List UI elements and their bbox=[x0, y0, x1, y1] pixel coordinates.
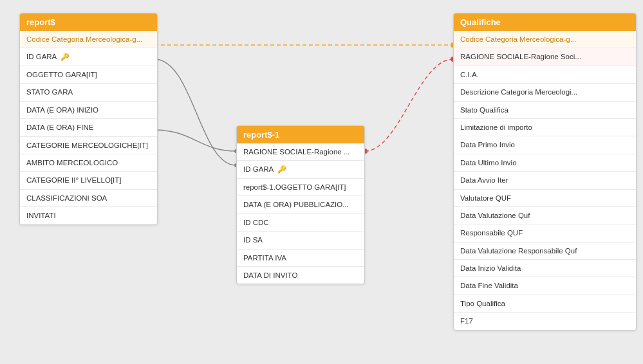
table-row[interactable]: report$-1.OGGETTO GARA[IT] bbox=[237, 179, 364, 196]
table-qualifiche: Qualifiche Codice Categoria Merceologica… bbox=[453, 13, 637, 331]
table-row[interactable]: CLASSIFICAZIONI SOA bbox=[20, 190, 157, 207]
table-qualifiche-header: Qualifiche bbox=[454, 14, 636, 31]
table-row[interactable]: DATA (E ORA) FINE bbox=[20, 119, 157, 136]
canvas: report$ Codice Categoria Merceologica-g.… bbox=[0, 0, 643, 364]
table-row[interactable]: Stato Qualifica bbox=[454, 102, 636, 119]
table-row[interactable]: STATO GARA bbox=[20, 84, 157, 101]
table-row[interactable]: Valutatore QUF bbox=[454, 190, 636, 207]
table-row[interactable]: DATA (E ORA) PUBBLICAZIO... bbox=[237, 196, 364, 214]
table-row[interactable]: Tipo Qualifica bbox=[454, 295, 636, 313]
table-row[interactable]: RAGIONE SOCIALE-Ragione Soci... bbox=[454, 48, 636, 66]
red-dashed-connection bbox=[365, 59, 453, 151]
table-row[interactable]: RAGIONE SOCIALE-Ragione ... bbox=[237, 143, 364, 161]
table-row[interactable]: Data Inizio Validita bbox=[454, 260, 636, 277]
table-row[interactable]: Data Ultimo Invio bbox=[454, 154, 636, 172]
table-row[interactable]: Data Valutazione Quf bbox=[454, 207, 636, 224]
table-row[interactable]: ID SA bbox=[237, 232, 364, 249]
table-report1: report$-1 RAGIONE SOCIALE-Ragione ... ID… bbox=[236, 125, 365, 284]
table-row[interactable]: Data Fine Validita bbox=[454, 277, 636, 295]
key-icon: 🔑 bbox=[277, 164, 286, 176]
table-row[interactable]: ID GARA 🔑 bbox=[237, 161, 364, 179]
table-row[interactable]: DATA DI INVITO bbox=[237, 267, 364, 284]
table-row[interactable]: PARTITA IVA bbox=[237, 250, 364, 267]
table-row[interactable]: CATEGORIE MERCEOLOGICHE[IT] bbox=[20, 137, 157, 154]
table-row[interactable]: Data Valutazione Responsabile Quf bbox=[454, 242, 636, 260]
table-row[interactable]: ID CDC bbox=[237, 214, 364, 232]
table-row[interactable]: C.I.A. bbox=[454, 66, 636, 84]
table-report1-header: report$-1 bbox=[237, 126, 364, 143]
table-row[interactable]: ID GARA 🔑 bbox=[20, 48, 157, 66]
table-row[interactable]: Codice Categoria Merceologica-g... bbox=[20, 31, 157, 48]
grey-solid-connection-1 bbox=[154, 59, 236, 165]
table-row[interactable]: CATEGORIE II° LIVELLO[IT] bbox=[20, 172, 157, 189]
table-row[interactable]: Responsabile QUF bbox=[454, 224, 636, 242]
table-row[interactable]: Codice Categoria Merceologica-g... bbox=[454, 31, 636, 48]
grey-solid-connection-2 bbox=[154, 130, 236, 151]
table-report: report$ Codice Categoria Merceologica-g.… bbox=[19, 13, 158, 225]
table-row[interactable]: DATA (E ORA) INIZIO bbox=[20, 102, 157, 119]
table-row[interactable]: Descrizione Categoria Merceologi... bbox=[454, 84, 636, 101]
table-row[interactable]: F17 bbox=[454, 313, 636, 329]
table-row[interactable]: INVITATI bbox=[20, 207, 157, 224]
table-report-header: report$ bbox=[20, 14, 157, 31]
table-row[interactable]: Limitazione di importo bbox=[454, 119, 636, 136]
table-row[interactable]: Data Primo Invio bbox=[454, 136, 636, 154]
table-row[interactable]: OGGETTO GARA[IT] bbox=[20, 66, 157, 84]
table-row[interactable]: Data Avvio Iter bbox=[454, 172, 636, 189]
key-icon: 🔑 bbox=[61, 51, 70, 63]
table-row[interactable]: AMBITO MERCEOLOGICO bbox=[20, 154, 157, 172]
